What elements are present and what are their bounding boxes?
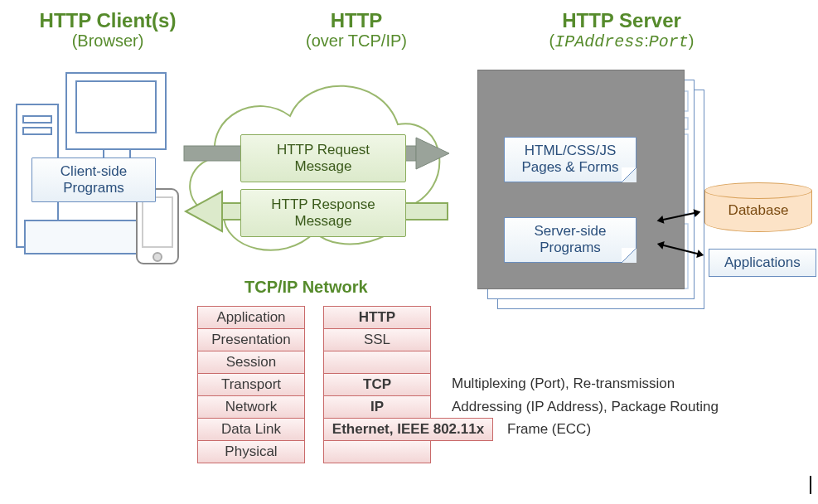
layer-physical: Physical — [197, 440, 305, 463]
server-subtitle: (IPAddress:Port) — [514, 32, 729, 51]
proto-ssl: SSL — [323, 328, 431, 351]
svg-rect-10 — [143, 197, 172, 247]
client-programs-box: Client-side Programs — [31, 158, 156, 202]
proto-ethernet: Ethernet, IEEE 802.11x — [323, 418, 493, 441]
request-message-box: HTTP Request Message — [240, 134, 406, 182]
server-programs-box: Server-side Programs — [504, 217, 636, 263]
proto-tcp: TCP — [323, 373, 431, 396]
layer-network: Network — [197, 395, 305, 419]
server-pages-box: HTML/CSS/JS Pages & Forms — [504, 137, 636, 182]
http-subtitle: (over TCP/IP) — [265, 32, 448, 51]
layer-transport: Transport — [197, 373, 305, 396]
proto-ip: IP — [323, 395, 431, 419]
client-subtitle: (Browser) — [17, 32, 199, 51]
layer-application: Application — [197, 306, 305, 329]
response-message-box: HTTP Response Message — [240, 189, 406, 237]
proto-http: HTTP — [323, 306, 431, 329]
note-datalink: Frame (ECC) — [507, 421, 591, 438]
svg-rect-5 — [23, 116, 51, 123]
osi-layer-column: Application Presentation Session Transpo… — [197, 307, 305, 463]
protocol-column: HTTP SSL TCP IP Ethernet, IEEE 802.11x — [323, 307, 431, 463]
svg-marker-12 — [416, 138, 449, 169]
svg-marker-14 — [186, 191, 222, 231]
fold-corner-icon — [622, 248, 636, 263]
svg-point-9 — [153, 253, 162, 261]
layer-session: Session — [197, 351, 305, 374]
client-title: HTTP Client(s) — [17, 10, 199, 32]
server-title: HTTP Server — [514, 10, 729, 32]
svg-rect-6 — [23, 128, 51, 134]
fold-corner-icon — [622, 167, 636, 182]
layer-presentation: Presentation — [197, 328, 305, 351]
tcpip-title: TCP/IP Network — [244, 278, 368, 297]
proto-empty1 — [323, 351, 431, 374]
database-icon: Database — [704, 191, 812, 240]
note-transport: Multiplexing (Port), Re-transmission — [452, 376, 675, 392]
note-network: Addressing (IP Address), Package Routing — [452, 399, 719, 415]
svg-rect-1 — [76, 81, 156, 133]
http-title: HTTP — [265, 10, 448, 32]
layer-datalink: Data Link — [197, 418, 305, 441]
cursor-icon — [810, 476, 811, 494]
applications-box: Applications — [709, 249, 816, 277]
proto-empty2 — [323, 440, 431, 463]
